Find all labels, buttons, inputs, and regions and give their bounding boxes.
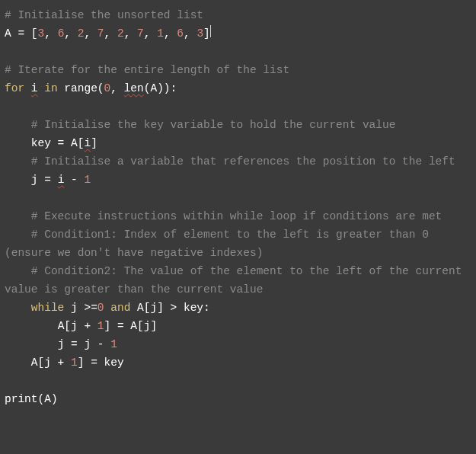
comment-line: # Condition2: The value of the element t… bbox=[5, 265, 468, 296]
code-text: j = j - bbox=[58, 338, 111, 350]
keyword-while: while bbox=[31, 302, 65, 314]
code-text: ( bbox=[97, 82, 104, 94]
keyword-and: and bbox=[110, 302, 130, 314]
code-text: A[j] > key: bbox=[130, 302, 209, 314]
code-text: A[j + bbox=[58, 320, 97, 332]
code-text: , bbox=[124, 27, 137, 40]
number-literal: 6 bbox=[177, 27, 184, 40]
code-text: ] bbox=[91, 137, 97, 149]
variable-key: key bbox=[31, 137, 51, 149]
builtin-print: print bbox=[5, 393, 38, 405]
code-text: , bbox=[144, 27, 157, 40]
number-literal: 1 bbox=[97, 320, 104, 332]
number-literal: 2 bbox=[117, 27, 124, 40]
comment-line: # Initialise the unsorted list bbox=[5, 9, 203, 21]
code-text: - bbox=[64, 174, 84, 186]
code-text: , bbox=[184, 27, 196, 40]
builtin-range: range bbox=[64, 82, 97, 94]
number-literal: 1 bbox=[84, 174, 91, 186]
code-text: , bbox=[84, 27, 97, 40]
number-literal: 1 bbox=[157, 27, 164, 40]
code-text: (A) bbox=[38, 393, 58, 405]
code-text: ] = A[j] bbox=[104, 320, 158, 332]
number-literal: 3 bbox=[38, 27, 45, 40]
comment-line: # Initialise a variable that references … bbox=[31, 155, 455, 168]
variable-i: i bbox=[31, 82, 38, 94]
code-text: ] bbox=[203, 27, 210, 40]
number-literal: 7 bbox=[97, 27, 104, 40]
number-literal: 3 bbox=[196, 27, 203, 40]
variable-j: j bbox=[31, 174, 38, 186]
code-editor[interactable]: # Initialise the unsorted list A = [3, 6… bbox=[0, 0, 476, 454]
code-text: = bbox=[38, 174, 58, 186]
number-literal: 0 bbox=[97, 302, 104, 314]
comment-line: # Condition1: Index of element to the le… bbox=[5, 229, 436, 259]
code-text: (A)): bbox=[144, 82, 177, 94]
number-literal: 0 bbox=[104, 82, 111, 94]
number-literal: 1 bbox=[110, 338, 117, 350]
number-literal: 1 bbox=[71, 356, 78, 369]
code-text: , bbox=[110, 82, 123, 94]
code-text: = [ bbox=[11, 27, 38, 40]
keyword-for: for bbox=[5, 82, 24, 94]
comment-line: # Iterate for the entire length of the l… bbox=[5, 64, 289, 76]
code-text: , bbox=[164, 27, 177, 40]
comment-line: # Initialise the key variable to hold th… bbox=[31, 119, 396, 131]
code-text: = A[ bbox=[51, 137, 85, 149]
code-text: j >= bbox=[64, 302, 97, 314]
code-text: , bbox=[64, 27, 77, 40]
variable-i: i bbox=[84, 137, 91, 149]
number-literal: 7 bbox=[137, 27, 144, 40]
builtin-len: len bbox=[124, 82, 144, 94]
variable-A: A bbox=[5, 27, 11, 40]
code-text: A[j + bbox=[31, 356, 71, 369]
code-text: ] = key bbox=[78, 356, 124, 369]
code-text: , bbox=[104, 27, 117, 40]
keyword-in: in bbox=[44, 82, 57, 94]
text-cursor bbox=[210, 25, 211, 37]
comment-line: # Execute instructions within while loop… bbox=[31, 210, 442, 222]
code-text: , bbox=[44, 27, 57, 40]
